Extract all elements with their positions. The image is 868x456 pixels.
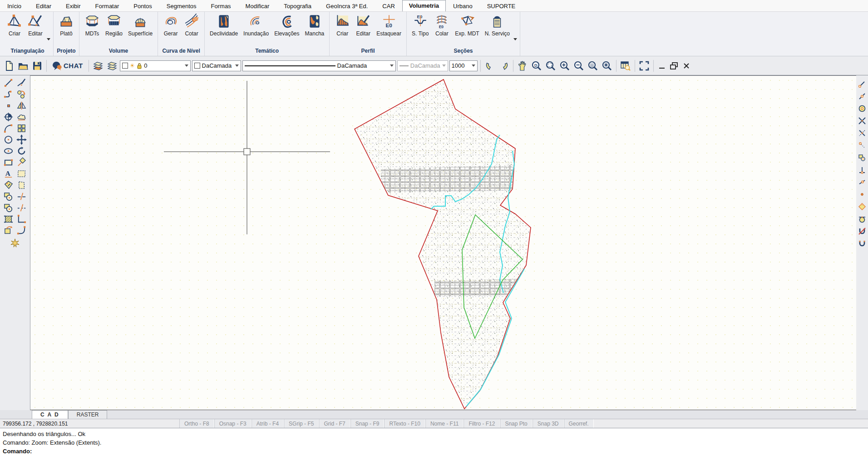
cad-canvas[interactable]	[30, 75, 856, 410]
text-icon[interactable]: A	[3, 169, 14, 179]
plato-button[interactable]: Platô	[56, 13, 76, 38]
corner-icon[interactable]	[16, 214, 27, 224]
regiao-button[interactable]: Região	[103, 13, 125, 38]
mirror-icon[interactable]	[16, 100, 27, 111]
tab-cad[interactable]: C A D	[32, 410, 68, 419]
snap-nearest-icon[interactable]	[858, 178, 866, 186]
mancha-button[interactable]: Mancha	[303, 13, 327, 38]
trim-icon[interactable]	[16, 191, 27, 202]
settings-star-icon[interactable]	[10, 238, 20, 248]
declividade-button[interactable]: Declividade	[207, 13, 240, 38]
menu-tab-car[interactable]: CAR	[375, 1, 402, 11]
snap-apparent-icon[interactable]	[858, 129, 866, 137]
estaquear-button[interactable]: E0 Estaquear	[374, 13, 404, 38]
new-file-button[interactable]	[3, 59, 15, 72]
snap-none-icon[interactable]	[858, 227, 866, 235]
tab-raster[interactable]: RASTER	[68, 410, 108, 419]
layers-new-button[interactable]	[92, 59, 104, 72]
status-toggle-snap-pto[interactable]: Snap Pto	[500, 419, 532, 428]
triangulation-create-button[interactable]: Criar	[5, 13, 25, 38]
snap-node-icon[interactable]	[858, 141, 866, 149]
snap-perpendicular-icon[interactable]	[858, 166, 866, 174]
save-file-button[interactable]	[31, 59, 44, 72]
menu-tab-pontos[interactable]: Pontos	[126, 1, 159, 11]
menu-tab-formas[interactable]: Formas	[204, 1, 238, 11]
menu-tab-segmentos[interactable]: Segmentos	[159, 1, 204, 11]
curva-cotar-button[interactable]: 101 Cotar	[182, 13, 202, 38]
snap-endpoint-icon[interactable]	[858, 80, 866, 88]
status-toggle-rtexto[interactable]: RTexto - F10	[384, 419, 425, 428]
colar-secao-button[interactable]: E0 Colar	[432, 13, 452, 38]
triangulation-edit-dropdown-arrow[interactable]	[47, 38, 50, 40]
extend-icon[interactable]	[16, 180, 27, 190]
linetype-dropdown[interactable]: DaCamada	[242, 60, 396, 71]
snap-center-icon[interactable]	[858, 104, 866, 113]
status-toggle-sgrip[interactable]: SGrip - F5	[284, 419, 319, 428]
menu-tab-inicio[interactable]: Início	[0, 1, 29, 11]
break-icon[interactable]	[16, 203, 27, 213]
move-icon[interactable]	[16, 134, 27, 145]
perfil-editar-button[interactable]: Editar	[353, 13, 373, 38]
superficie-button[interactable]: Superfície	[126, 13, 155, 38]
zoom-out-button[interactable]	[572, 59, 585, 72]
layer-checkbox[interactable]	[122, 63, 128, 69]
zoom-all-button[interactable]	[601, 59, 613, 72]
menu-tab-volumetria[interactable]: Volumetria	[402, 0, 446, 11]
hatch-icon[interactable]	[16, 169, 27, 179]
status-toggle-atrib[interactable]: Atrib - F4	[252, 419, 284, 428]
mdts-button[interactable]: MDTs	[82, 13, 102, 38]
menu-tab-topografia[interactable]: Topografia	[276, 1, 319, 11]
inundacao-button[interactable]: Inundação	[241, 13, 271, 38]
fillet-icon[interactable]	[16, 225, 27, 236]
menu-tab-editar[interactable]: Editar	[29, 1, 59, 11]
restore-button[interactable]	[669, 59, 680, 72]
snap-point-icon[interactable]	[858, 190, 866, 198]
color-dropdown[interactable]: DaCamada	[192, 60, 241, 71]
open-file-button[interactable]	[17, 59, 30, 72]
snap-tangent-icon[interactable]	[858, 215, 866, 223]
layers-button[interactable]	[106, 59, 118, 72]
command-prompt[interactable]: Comando:	[3, 447, 865, 456]
lineweight-dropdown[interactable]: DaCamada	[397, 60, 448, 71]
close-button[interactable]	[681, 59, 692, 72]
line-icon[interactable]	[3, 78, 14, 88]
point-icon[interactable]	[3, 100, 14, 111]
secao-tipo-button[interactable]: E0 S. Tipo	[409, 13, 431, 38]
zoom-previous-button[interactable]	[587, 59, 599, 72]
snap-midpoint-icon[interactable]	[858, 92, 866, 100]
position-icon[interactable]	[3, 112, 14, 122]
chat-button[interactable]: CHAT	[49, 60, 86, 72]
status-toggle-osnap[interactable]: Osnap - F3	[214, 419, 252, 428]
boundary-copy-icon[interactable]	[3, 225, 14, 236]
region-icon[interactable]	[3, 191, 14, 202]
command-area[interactable]: Desenhando os triângulos... Ok Comando: …	[0, 428, 868, 456]
offset-icon[interactable]	[16, 89, 27, 99]
minimize-button[interactable]	[656, 59, 667, 72]
status-toggle-grid[interactable]: Grid - F7	[319, 419, 350, 428]
menu-tab-geoincra[interactable]: GeoIncra 3ª Ed.	[319, 1, 375, 11]
snap-insert-icon[interactable]	[858, 154, 866, 162]
nota-servico-button[interactable]: N. Serviço	[483, 13, 512, 38]
status-toggle-nome[interactable]: Nome - F11	[425, 419, 464, 428]
menu-tab-urbano[interactable]: Urbano	[446, 1, 480, 11]
label-tag-icon[interactable]	[3, 180, 14, 190]
menu-tab-exibir[interactable]: Exibir	[59, 1, 88, 11]
edit-line-icon[interactable]	[16, 78, 27, 88]
scale-dropdown[interactable]: 1000	[449, 60, 478, 71]
arc-icon[interactable]	[3, 123, 14, 134]
zoom-window-button[interactable]: D	[530, 59, 543, 72]
menu-tab-formatar[interactable]: Formatar	[88, 1, 127, 11]
status-toggle-filtro[interactable]: Filtro - F12	[464, 419, 500, 428]
rotate-copy-icon[interactable]	[16, 157, 27, 168]
snap-magnet-icon[interactable]	[858, 239, 866, 248]
zoom-extents-button[interactable]	[544, 59, 557, 72]
elevacoes-button[interactable]: Elevações	[272, 13, 301, 38]
redo-button[interactable]	[498, 59, 510, 72]
fullscreen-button[interactable]	[638, 59, 651, 72]
circle-icon[interactable]	[3, 134, 14, 145]
layer-dropdown[interactable]: ☀ 0	[120, 60, 191, 71]
menu-tab-suporte[interactable]: SUPORTE	[480, 1, 523, 11]
table-view-button[interactable]	[619, 59, 632, 72]
perfil-criar-button[interactable]: Criar	[332, 13, 352, 38]
ellipse-icon[interactable]	[3, 146, 14, 156]
